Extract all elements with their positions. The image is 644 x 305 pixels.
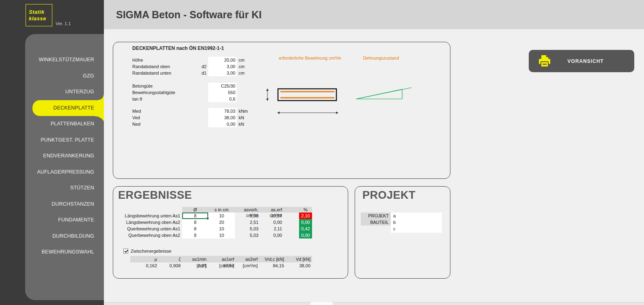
dia-cell[interactable]: 8 [182, 232, 208, 238]
field-label: Ned [132, 122, 199, 127]
sidebar-item-deckenplatte[interactable]: DECKENPLATTE [32, 100, 104, 116]
field-label: tan θ [132, 97, 199, 101]
hoehe-input[interactable]: 20,00 [208, 57, 237, 63]
sidebar-item-bewehrungswahl[interactable]: BEWEHRUNGSWAHL [25, 244, 104, 260]
col-header-mu: μ [130, 256, 159, 262]
strain-lines [356, 88, 411, 99]
form-row: tan θ 0,6 [132, 96, 239, 102]
form-row: Höhe 20,00 cm [132, 57, 245, 63]
field-unit: kNm [237, 109, 248, 114]
sidebar-item-durchstanzen[interactable]: DURCHSTANZEN [25, 196, 104, 213]
project-title: PROJEKT [362, 189, 416, 202]
dia-cell[interactable]: 8 [182, 226, 208, 232]
sidebar-item-stuetzen[interactable]: STÜTZEN [25, 180, 104, 196]
vd-value: 38,00 [286, 262, 312, 269]
asvorh-value: 5,03 [235, 213, 259, 218]
asvorh-value: 2,51 [235, 220, 259, 225]
projekt-input[interactable]: a [391, 213, 442, 219]
sidebar-item-gzg[interactable]: GZG [25, 68, 104, 84]
form-row: Ned 0,00 kN [132, 121, 248, 127]
field-label: Betongüte [132, 84, 199, 88]
field-label: Ved [132, 115, 199, 120]
aserf-value: 2,11 [259, 226, 283, 231]
project-field-labels: PROJEKT BAUTEIL [361, 213, 391, 226]
col-header-zeta: ζ [159, 256, 182, 262]
ved-input[interactable]: 38,00 [208, 114, 237, 121]
load-inputs: Med 78,03 kNm Ved 38,00 kN Ned 0,00 kN [132, 108, 248, 127]
section-outline [278, 89, 336, 101]
field-symbol: d1 [199, 71, 208, 75]
dia-cell-selected[interactable]: 8 [182, 213, 208, 219]
sidebar-item-endverankerung[interactable]: ENDVERANKERUNG [25, 148, 104, 164]
col-header-aserf: as,erf cm²/m [259, 207, 283, 213]
checkbox-checked-icon[interactable] [123, 249, 128, 253]
spacing-cell[interactable]: 10 [208, 226, 235, 232]
form-row: Randabstand oben d2 3,00 cm [132, 63, 245, 70]
as2erf-value [236, 262, 259, 269]
sidebar-background: Statik klasse Ver. 1.1 WINKELSTÜTZMAUER … [0, 0, 104, 305]
table-row: Längsbewehrung unten As1 8 10 5,03 10,57… [113, 213, 312, 219]
spacing-cell[interactable]: 10 [208, 213, 235, 219]
table-row: Querbewehrung unten As1 8 10 5,03 2,11 0… [113, 226, 312, 232]
table-row: Querbewehrung oben As2 8 10 5,03 0,00 0,… [113, 232, 312, 238]
preview-button[interactable]: VORANSICHT [529, 50, 634, 72]
betonguete-input[interactable]: C25/30 [208, 83, 237, 89]
col-header-as1min: as1min [cm²] [182, 256, 208, 262]
utilization-badge: 0,42 [299, 226, 312, 232]
material-inputs: Betongüte C25/30 Bewehrungsstahlgüte 550… [132, 83, 239, 102]
randabstand-oben-input[interactable]: 3,00 [208, 63, 237, 70]
project-fields: a b c [391, 213, 442, 233]
field-unit: cm [237, 64, 245, 69]
sidebar: WINKELSTÜTZMAUER GZG UNTERZUG DECKENPLAT… [25, 34, 104, 300]
field-unit: cm [237, 71, 245, 75]
sidebar-item-durchbildung[interactable]: DURCHBILDUNG [25, 228, 104, 245]
col-header-vrdc: Vrd,c [kN] [259, 256, 286, 262]
sidebar-item-fundamente[interactable]: FUNDAMENTE [25, 212, 104, 228]
checkbox-label: Zwischenergebnisse [131, 249, 171, 253]
header-bar: SIGMA Beton - Software für KI [104, 0, 644, 29]
version-label: Ver. 1.1 [56, 21, 71, 26]
footer-tab[interactable] [310, 302, 333, 305]
dia-cell[interactable]: 8 [182, 219, 208, 226]
field-label: Med [132, 109, 199, 114]
stahlguete-input[interactable]: 550 [208, 89, 237, 96]
reinforcement-heading: erforderliche Bewehrung cm²/m [274, 56, 347, 60]
projekt-label: PROJEKT [361, 213, 391, 219]
sidebar-item-winkelstuetzmauer[interactable]: WINKELSTÜTZMAUER [25, 52, 104, 68]
geometry-inputs: Höhe 20,00 cm Randabstand oben d2 3,00 c… [132, 57, 245, 76]
printer-icon [538, 55, 551, 68]
col-header-as1erf: as1erf [cm²/m] [208, 256, 236, 262]
logo-line1: Statik [29, 9, 52, 15]
extra-input[interactable]: c [391, 226, 442, 232]
intermediate-table: μ ζ as1min [cm²] as1erf [cm²/m] as2erf [… [130, 256, 312, 269]
med-input[interactable]: 78,03 [208, 108, 237, 114]
as1min-value: 2,21 [182, 262, 208, 269]
project-panel: PROJEKT PROJEKT BAUTEIL a b c [355, 186, 450, 279]
utilization-badge: 0,00 [299, 219, 312, 226]
row-label: Querbewehrung oben As2 [113, 233, 182, 238]
form-row: Med 78,03 kNm [132, 108, 248, 114]
spacing-cell[interactable]: 10 [208, 232, 235, 238]
bauteil-input[interactable]: b [391, 219, 442, 226]
results-panel: ERGEBNISSE Ø s in cm asvorh. cm²/m as,er… [113, 186, 348, 279]
ned-input[interactable]: 0,00 [208, 121, 237, 127]
intermediate-toggle[interactable]: Zwischenergebnisse [123, 249, 171, 253]
aserf-value: 10,57 [259, 213, 283, 218]
col-header-as2erf: as2erf [cm²/m] [236, 256, 259, 262]
tan-theta-input[interactable]: 0,6 [208, 96, 237, 102]
randabstand-unten-input[interactable]: 3,00 [208, 70, 237, 76]
spacing-cell[interactable]: 20 [208, 219, 235, 226]
as1erf-value: 10,57 [208, 262, 236, 269]
sidebar-item-unterzug[interactable]: UNTERZUG [25, 84, 104, 100]
sidebar-item-plattenbalken[interactable]: PLATTENBALKEN [25, 116, 104, 132]
col-header-pct: % [299, 207, 312, 213]
field-label: Bewehrungsstahlgüte [132, 90, 199, 95]
mu-value: 0,162 [130, 262, 159, 269]
aserf-value: 0,00 [259, 220, 283, 225]
zeta-value: 0,908 [159, 262, 182, 269]
sidebar-item-punktgest-platte[interactable]: PUNKTGEST. PLATTE [25, 132, 104, 148]
logo-line2: klasse [29, 15, 52, 21]
form-row: Randabstand unten d1 3,00 cm [132, 70, 245, 76]
sidebar-item-auflagerpressung[interactable]: AUFLAGERPRESSUNG [25, 164, 104, 180]
field-label: Randabstand unten [132, 71, 199, 75]
